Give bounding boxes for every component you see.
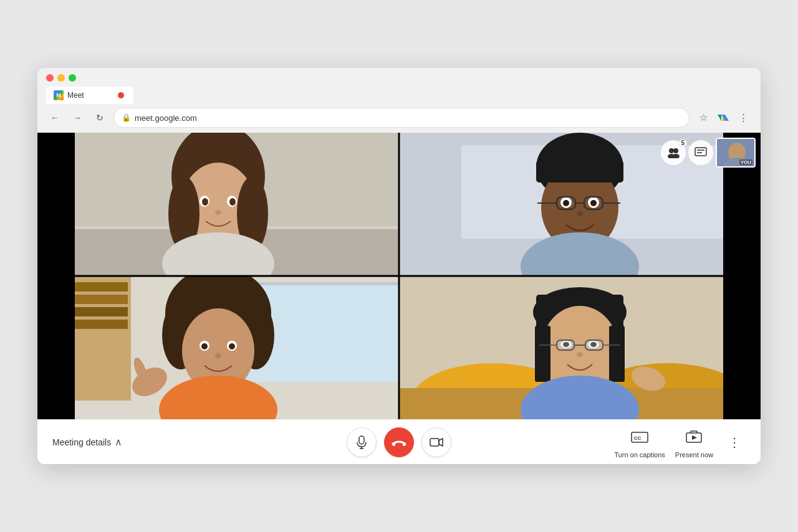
svg-rect-37 — [695, 148, 706, 156]
captions-control[interactable]: CC Turn on captions — [614, 426, 665, 458]
svg-point-34 — [673, 148, 678, 153]
close-dot[interactable] — [46, 74, 54, 82]
self-view-label: YOU — [739, 159, 752, 165]
camera-icon — [430, 437, 443, 447]
chat-button[interactable] — [688, 140, 713, 165]
title-bar: M Meet — [37, 68, 761, 104]
svg-rect-81 — [585, 340, 603, 350]
participant-controls-overlay: 5 — [661, 138, 756, 168]
svg-point-33 — [669, 148, 674, 153]
svg-marker-0 — [718, 115, 721, 121]
participant-cell-2: 5 — [399, 133, 761, 276]
address-bar[interactable]: 🔒 meet.google.com — [113, 108, 690, 128]
drive-icon — [718, 112, 729, 123]
meet-favicon: M — [54, 90, 64, 100]
svg-point-14 — [215, 210, 221, 215]
toolbar-right: ☆ ⋮ — [695, 109, 752, 126]
participant-cell-4 — [399, 276, 761, 419]
participant-cell-3 — [37, 276, 399, 419]
svg-rect-88 — [359, 436, 364, 444]
svg-point-63 — [215, 353, 221, 358]
cell3-left-bar — [37, 276, 75, 419]
mute-button[interactable] — [347, 427, 377, 457]
content-area: 5 — [37, 133, 761, 464]
svg-marker-98 — [692, 435, 697, 440]
camera-button[interactable] — [421, 427, 451, 457]
svg-point-61 — [201, 343, 208, 349]
minimize-dot[interactable] — [57, 74, 65, 82]
meeting-details-label: Meeting details — [52, 437, 111, 447]
maximize-dot[interactable] — [69, 74, 76, 82]
svg-point-25 — [590, 200, 597, 206]
participant-cell-1 — [37, 133, 399, 276]
end-call-button[interactable] — [384, 427, 414, 457]
vertical-divider — [398, 133, 400, 419]
reload-button[interactable]: ↻ — [91, 109, 108, 126]
chevron-up-icon: ∧ — [115, 436, 122, 448]
svg-text:CC: CC — [634, 435, 642, 441]
active-tab[interactable]: M Meet — [46, 87, 133, 104]
tab-close-button[interactable] — [116, 90, 126, 100]
back-button[interactable]: ← — [46, 109, 64, 126]
svg-rect-21 — [536, 161, 623, 183]
video-grid: 5 — [37, 133, 761, 419]
participants-count: 5 — [678, 139, 687, 147]
svg-rect-93 — [430, 439, 439, 446]
microphone-icon — [355, 435, 368, 449]
svg-rect-74 — [535, 326, 550, 382]
participant-video-1 — [37, 133, 399, 276]
cell4-right-bar — [723, 276, 761, 419]
svg-rect-75 — [609, 326, 625, 382]
svg-point-24 — [563, 200, 569, 206]
participant-video-3 — [37, 276, 399, 419]
bottom-bar: Meeting details ∧ — [37, 419, 761, 464]
svg-point-62 — [229, 343, 235, 349]
captions-svg: CC — [631, 430, 648, 444]
present-label: Present now — [675, 451, 713, 458]
captions-label: Turn on captions — [614, 451, 665, 458]
drive-button[interactable] — [714, 109, 732, 126]
window-controls — [46, 74, 752, 82]
participants-button[interactable]: 5 — [661, 140, 686, 165]
svg-marker-94 — [439, 439, 443, 446]
participants-icon — [666, 147, 680, 158]
chat-icon — [695, 147, 707, 158]
present-icon — [683, 426, 705, 449]
svg-point-12 — [202, 198, 208, 206]
tab-bar: M Meet — [46, 87, 752, 104]
bookmark-button[interactable]: ☆ — [695, 109, 712, 126]
center-controls — [347, 427, 451, 457]
present-now-control[interactable]: Present now — [675, 426, 713, 458]
address-bar-row: ← → ↻ 🔒 meet.google.com ☆ ⋮ — [37, 104, 761, 133]
right-controls: CC Turn on captions — [614, 426, 746, 458]
url-text: meet.google.com — [135, 113, 681, 123]
svg-point-31 — [577, 211, 583, 216]
self-view: YOU — [716, 138, 756, 168]
svg-point-13 — [229, 198, 236, 206]
participant-video-4 — [399, 276, 761, 419]
forward-button[interactable]: → — [69, 109, 86, 126]
close-dot-red — [118, 92, 124, 98]
more-button[interactable]: ⋮ — [734, 109, 752, 126]
tab-title: Meet — [67, 91, 112, 100]
captions-icon: CC — [628, 426, 651, 449]
end-call-icon — [392, 438, 406, 447]
lock-icon: 🔒 — [122, 113, 131, 122]
cell1-left-bar — [37, 133, 75, 276]
browser-window: M Meet ← → ↻ 🔒 meet.google.com ☆ — [37, 68, 761, 464]
svg-point-85 — [577, 352, 583, 357]
more-options-button[interactable]: ⋮ — [723, 431, 746, 454]
present-svg — [686, 430, 702, 444]
meeting-details-button[interactable]: Meeting details ∧ — [52, 436, 122, 448]
svg-rect-80 — [557, 340, 574, 350]
